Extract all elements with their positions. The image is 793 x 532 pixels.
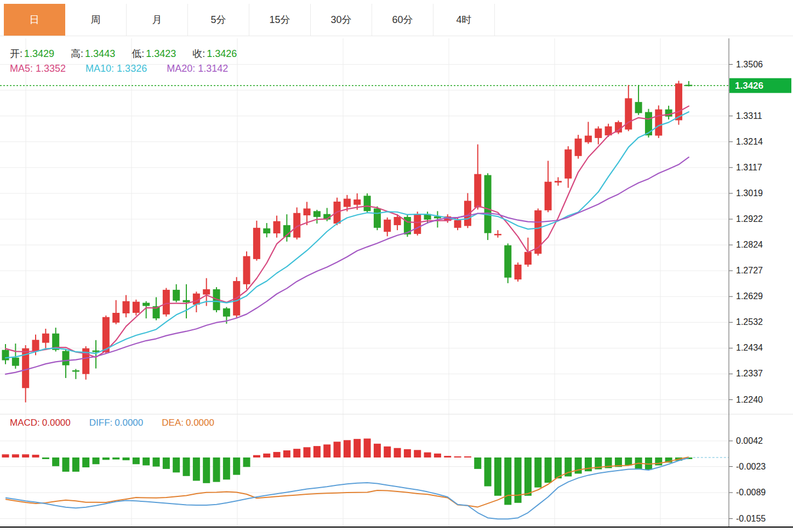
macd-bar-positive	[404, 449, 411, 457]
macd-bar-negative	[625, 457, 632, 465]
macd-bar-positive	[304, 447, 311, 457]
candle-body-down	[685, 85, 692, 87]
ma20-readout: MA20:1.3142	[167, 63, 228, 75]
ma5-value: 1.3352	[36, 63, 66, 74]
macd-bar-negative	[243, 457, 250, 467]
candle-body-up	[474, 174, 481, 208]
macd-bar-positive	[323, 444, 330, 457]
high-value: 1.3443	[85, 48, 115, 59]
macd-bar-positive	[334, 442, 341, 457]
macd-bar-negative	[173, 457, 180, 472]
ma-legend: MA5:1.3352 MA10:1.3326 MA20:1.3142	[10, 63, 248, 75]
macd-axis-label: -0.0023	[736, 462, 766, 471]
candle-body-up	[384, 220, 391, 232]
tab-周[interactable]: 周	[65, 4, 127, 36]
macd-bar-positive	[2, 454, 9, 457]
candle-body-down	[374, 209, 381, 228]
macd-bar-positive	[32, 455, 39, 457]
macd-bar-positive	[353, 439, 361, 457]
candle-body-up	[123, 301, 130, 313]
macd-bar-negative	[555, 457, 562, 478]
macd-value: 0.0000	[42, 417, 71, 428]
tab-月[interactable]: 月	[127, 4, 188, 36]
macd-bar-positive	[22, 454, 29, 457]
macd-bar-positive	[424, 453, 431, 457]
macd-bar-negative	[163, 457, 170, 469]
macd-bar-positive	[273, 452, 281, 457]
close-readout: 收:1.3426	[192, 47, 237, 60]
candle-body-up	[133, 302, 140, 313]
candle-body-down	[142, 303, 150, 306]
macd-axis-label: -0.0089	[736, 488, 766, 497]
macd-legend: MACD:0.0000 DIFF:0.0000 DEA:0.0000	[10, 417, 233, 428]
tab-5分[interactable]: 5分	[188, 4, 249, 36]
candle-body-up	[253, 228, 260, 259]
candle-body-up	[655, 110, 662, 136]
ohlc-legend: 开:1.3429 高:1.3443 低:1.3423 收:1.3426	[10, 47, 253, 60]
trading-chart-app: 日周月5分15分30分60分4时 1.35061.33111.32141.311…	[0, 0, 793, 532]
candle-body-up	[344, 199, 351, 207]
open-readout: 开:1.3429	[10, 47, 54, 60]
candle-body-up	[394, 217, 401, 225]
ma10-label: MA10:	[85, 63, 114, 74]
tab-60分[interactable]: 60分	[372, 4, 433, 36]
price-axis-label: 1.3214	[736, 137, 763, 146]
price-axis-label: 1.2240	[736, 395, 763, 404]
diff-readout: DIFF:0.0000	[89, 417, 144, 428]
ma10-value: 1.3326	[117, 63, 147, 74]
price-axis-label: 1.2727	[736, 266, 763, 275]
candle-body-up	[515, 265, 522, 279]
low-readout: 低:1.3423	[132, 47, 176, 60]
ma5-readout: MA5:1.3352	[10, 63, 66, 75]
diff-label: DIFF:	[89, 417, 113, 428]
macd-label: MACD:	[10, 417, 40, 428]
macd-bar-positive	[414, 450, 421, 457]
price-axis-label: 1.3117	[736, 163, 762, 172]
macd-bar-negative	[203, 457, 210, 483]
high-readout: 高:1.3443	[71, 47, 115, 60]
low-label: 低:	[132, 48, 144, 59]
tab-15分[interactable]: 15分	[249, 4, 311, 36]
macd-bar-negative	[474, 457, 481, 469]
macd-bar-positive	[464, 456, 471, 457]
macd-bar-negative	[93, 457, 100, 464]
macd-bar-negative	[42, 457, 49, 459]
candle-body-down	[2, 350, 9, 361]
macd-bar-negative	[213, 457, 220, 482]
macd-bar-positive	[374, 444, 381, 457]
candle-body-down	[504, 245, 511, 278]
price-axis-label: 1.3019	[736, 188, 763, 198]
macd-bar-negative	[484, 457, 492, 487]
tab-4时[interactable]: 4时	[433, 4, 495, 36]
tab-日[interactable]: 日	[4, 4, 65, 36]
candle-body-up	[273, 221, 281, 233]
macd-bar-negative	[72, 457, 79, 472]
macd-bar-positive	[444, 456, 451, 457]
candle-body-up	[555, 181, 562, 182]
candle-body-down	[173, 290, 180, 301]
candle-body-up	[304, 209, 311, 216]
macd-bar-negative	[534, 457, 541, 488]
macd-bar-positive	[313, 446, 321, 457]
candle-body-down	[263, 228, 270, 233]
macd-bar-negative	[153, 457, 160, 467]
diff-value: 0.0000	[115, 417, 143, 428]
macd-bar-positive	[293, 449, 300, 457]
ma20-value: 1.3142	[198, 63, 228, 74]
price-axis-label: 1.2922	[736, 214, 763, 224]
candle-body-down	[62, 351, 70, 365]
macd-bar-negative	[193, 457, 200, 480]
candle-body-up	[243, 256, 250, 284]
candle-body-up	[112, 313, 119, 323]
close-value: 1.3426	[207, 48, 237, 59]
candle-body-up	[203, 289, 210, 295]
candle-body-up	[585, 136, 592, 142]
candle-body-down	[12, 358, 19, 366]
candle-body-down	[484, 175, 492, 233]
candle-body-down	[223, 308, 230, 317]
chart-canvas[interactable]: 1.35061.33111.32141.31171.30191.29221.28…	[0, 0, 793, 532]
macd-axis-label: 0.0042	[736, 436, 763, 445]
macd-bar-negative	[123, 457, 130, 460]
ma5-label: MA5:	[10, 63, 33, 74]
tab-30分[interactable]: 30分	[311, 4, 372, 36]
